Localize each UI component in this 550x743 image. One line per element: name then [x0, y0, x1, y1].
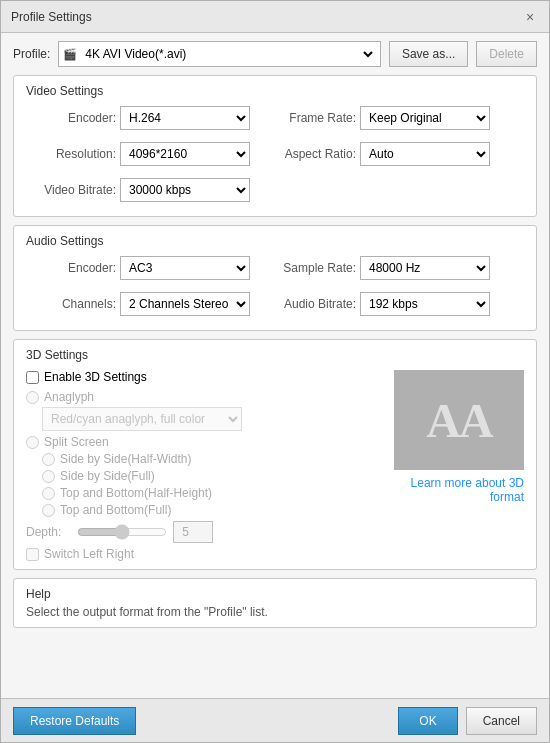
top-bottom-half-row: Top and Bottom(Half-Height)	[42, 486, 384, 500]
3d-settings-right: AA Learn more about 3D format	[394, 370, 524, 561]
help-section: Help Select the output format from the "…	[13, 578, 537, 628]
top-bottom-full-row: Top and Bottom(Full)	[42, 503, 384, 517]
aspectratio-select[interactable]: Auto 16:9 4:3	[360, 142, 490, 166]
switch-lr-checkbox[interactable]	[26, 548, 39, 561]
video-right-col: Frame Rate: Keep Original 30 60 Aspect R…	[266, 106, 490, 208]
top-bottom-half-label: Top and Bottom(Half-Height)	[60, 486, 212, 500]
profile-dropdown[interactable]: 4K AVI Video(*.avi)	[81, 46, 376, 62]
enable-3d-checkbox[interactable]	[26, 371, 39, 384]
video-icon: 🎬	[63, 48, 77, 61]
3d-settings-left: Enable 3D Settings Anaglyph Red/cyan ana…	[26, 370, 384, 561]
video-left-col: Encoder: H.264 H.265 MPEG-4 Resolution: …	[26, 106, 250, 208]
dialog-title: Profile Settings	[11, 10, 92, 24]
side-full-row: Side by Side(Full)	[42, 469, 384, 483]
samplerate-row: Sample Rate: 48000 Hz 44100 Hz 22050 Hz	[266, 256, 490, 280]
audio-settings-section: Audio Settings Encoder: AC3 AAC MP3 Chan…	[13, 225, 537, 331]
title-bar: Profile Settings ×	[1, 1, 549, 33]
switch-lr-label: Switch Left Right	[44, 547, 134, 561]
anaglyph-label: Anaglyph	[44, 390, 94, 404]
encoder-select[interactable]: H.264 H.265 MPEG-4	[120, 106, 250, 130]
side-half-radio[interactable]	[42, 453, 55, 466]
depth-label: Depth:	[26, 525, 71, 539]
aspectratio-row: Aspect Ratio: Auto 16:9 4:3	[266, 142, 490, 166]
side-full-radio[interactable]	[42, 470, 55, 483]
profile-select-wrap: 🎬 4K AVI Video(*.avi)	[58, 41, 381, 67]
enable-3d-row: Enable 3D Settings	[26, 370, 384, 384]
switch-lr-row: Switch Left Right	[26, 547, 384, 561]
resolution-label: Resolution:	[26, 147, 116, 161]
enable-3d-label: Enable 3D Settings	[44, 370, 147, 384]
channels-label: Channels:	[26, 297, 116, 311]
side-full-label: Side by Side(Full)	[60, 469, 155, 483]
depth-row: Depth:	[26, 521, 384, 543]
framerate-row: Frame Rate: Keep Original 30 60	[266, 106, 490, 130]
side-half-label: Side by Side(Half-Width)	[60, 452, 191, 466]
audio-bitrate-label: Audio Bitrate:	[266, 297, 356, 311]
top-bottom-half-radio[interactable]	[42, 487, 55, 500]
profile-settings-dialog: Profile Settings × Profile: 🎬 4K AVI Vid…	[0, 0, 550, 743]
help-text: Select the output format from the "Profi…	[26, 605, 524, 619]
bottom-right-buttons: OK Cancel	[398, 707, 537, 735]
audio-right-col: Sample Rate: 48000 Hz 44100 Hz 22050 Hz …	[266, 256, 490, 322]
anaglyph-type-select[interactable]: Red/cyan anaglyph, full color	[42, 407, 242, 431]
split-screen-label: Split Screen	[44, 435, 109, 449]
split-screen-row: Split Screen	[26, 435, 384, 449]
bottom-bar: Restore Defaults OK Cancel	[1, 698, 549, 742]
help-title: Help	[26, 587, 524, 601]
aspectratio-label: Aspect Ratio:	[266, 147, 356, 161]
preview-text: AA	[426, 393, 491, 448]
depth-slider[interactable]	[77, 524, 167, 540]
encoder-label: Encoder:	[26, 111, 116, 125]
3d-settings-section: 3D Settings Enable 3D Settings Anaglyph …	[13, 339, 537, 570]
audio-left-col: Encoder: AC3 AAC MP3 Channels: 2 Channel…	[26, 256, 250, 322]
video-settings-title: Video Settings	[26, 84, 524, 98]
channels-row: Channels: 2 Channels Stereo Mono 5.1 Sur…	[26, 292, 250, 316]
framerate-label: Frame Rate:	[266, 111, 356, 125]
bitrate-label: Video Bitrate:	[26, 183, 116, 197]
3d-preview-box: AA	[394, 370, 524, 470]
audio-encoder-select[interactable]: AC3 AAC MP3	[120, 256, 250, 280]
restore-defaults-button[interactable]: Restore Defaults	[13, 707, 136, 735]
framerate-select[interactable]: Keep Original 30 60	[360, 106, 490, 130]
split-screen-radio[interactable]	[26, 436, 39, 449]
resolution-select[interactable]: 4096*2160 3840*2160 1920*1080	[120, 142, 250, 166]
bitrate-select[interactable]: 30000 kbps 20000 kbps 10000 kbps	[120, 178, 250, 202]
anaglyph-row: Anaglyph	[26, 390, 384, 404]
top-bottom-full-radio[interactable]	[42, 504, 55, 517]
anaglyph-radio[interactable]	[26, 391, 39, 404]
encoder-row: Encoder: H.264 H.265 MPEG-4	[26, 106, 250, 130]
cancel-button[interactable]: Cancel	[466, 707, 537, 735]
bitrate-row: Video Bitrate: 30000 kbps 20000 kbps 100…	[26, 178, 250, 202]
ok-button[interactable]: OK	[398, 707, 457, 735]
audio-bitrate-select[interactable]: 192 kbps 128 kbps 256 kbps	[360, 292, 490, 316]
3d-settings-inner: Enable 3D Settings Anaglyph Red/cyan ana…	[26, 370, 524, 561]
close-button[interactable]: ×	[521, 8, 539, 26]
profile-row: Profile: 🎬 4K AVI Video(*.avi) Save as..…	[13, 41, 537, 67]
audio-fields-grid: Encoder: AC3 AAC MP3 Channels: 2 Channel…	[26, 256, 524, 322]
profile-label: Profile:	[13, 47, 50, 61]
learn-more-link[interactable]: Learn more about 3D format	[394, 476, 524, 504]
3d-settings-title: 3D Settings	[26, 348, 524, 362]
dialog-content: Profile: 🎬 4K AVI Video(*.avi) Save as..…	[1, 33, 549, 698]
delete-button[interactable]: Delete	[476, 41, 537, 67]
audio-encoder-label: Encoder:	[26, 261, 116, 275]
top-bottom-full-label: Top and Bottom(Full)	[60, 503, 171, 517]
side-half-row: Side by Side(Half-Width)	[42, 452, 384, 466]
channels-select[interactable]: 2 Channels Stereo Mono 5.1 Surround	[120, 292, 250, 316]
video-settings-section: Video Settings Encoder: H.264 H.265 MPEG…	[13, 75, 537, 217]
audio-encoder-row: Encoder: AC3 AAC MP3	[26, 256, 250, 280]
audio-settings-title: Audio Settings	[26, 234, 524, 248]
video-fields-grid: Encoder: H.264 H.265 MPEG-4 Resolution: …	[26, 106, 524, 208]
depth-spinner[interactable]	[173, 521, 213, 543]
save-as-button[interactable]: Save as...	[389, 41, 468, 67]
samplerate-select[interactable]: 48000 Hz 44100 Hz 22050 Hz	[360, 256, 490, 280]
samplerate-label: Sample Rate:	[266, 261, 356, 275]
audio-bitrate-row: Audio Bitrate: 192 kbps 128 kbps 256 kbp…	[266, 292, 490, 316]
resolution-row: Resolution: 4096*2160 3840*2160 1920*108…	[26, 142, 250, 166]
